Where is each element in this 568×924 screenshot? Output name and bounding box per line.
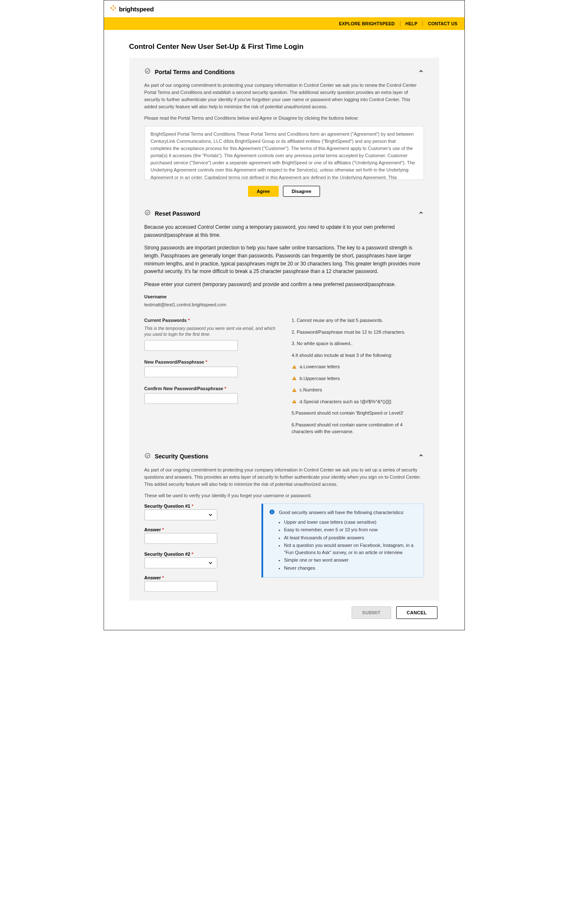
security-answer-1-input[interactable] <box>144 533 217 544</box>
security-intro: As part of our ongoing commitment to pro… <box>144 466 424 488</box>
a1-label: Answer * <box>144 527 241 532</box>
rule-6: 6.Password should not contain same combi… <box>292 421 424 435</box>
terms-scroll-box[interactable]: BrightSpeed Portal Terms and Conditions … <box>144 126 424 180</box>
setup-card: Portal Terms and Conditions As part of o… <box>129 58 439 600</box>
svg-rect-17 <box>272 511 272 511</box>
rule-5: 5.Password should not contain 'BrightSpe… <box>292 410 424 417</box>
security-question-2-select[interactable] <box>144 557 217 568</box>
username-label: Username <box>144 293 424 300</box>
terms-intro: As part of our ongoing commitment to pro… <box>144 82 424 110</box>
reset-p2: Strong passwords are important protectio… <box>144 244 424 275</box>
tip-6: Never changes <box>284 565 417 572</box>
chevron-up-icon <box>418 68 424 76</box>
chevron-up-icon <box>418 210 424 217</box>
rule-4d: d.Special characters such as !@#$%^&*(){… <box>292 398 424 405</box>
svg-rect-3 <box>114 7 116 9</box>
check-circle-icon <box>144 453 151 461</box>
terms-toggle[interactable]: Portal Terms and Conditions <box>144 68 424 76</box>
nav-contact[interactable]: CONTACT US <box>423 21 457 26</box>
svg-rect-9 <box>294 379 294 380</box>
rule-4c: c.Numbers <box>292 386 424 394</box>
info-icon <box>269 509 275 515</box>
tip-1: Upper and lower case letters (case sensi… <box>284 519 417 526</box>
warning-icon <box>292 399 297 404</box>
rule-1: 1. Cannot reuse any of the last 5 passwo… <box>292 317 424 324</box>
confirm-password-input[interactable] <box>144 393 238 404</box>
confirm-pw-label: Confirm New Password/Passphrase * <box>144 385 277 392</box>
warning-icon <box>292 364 297 370</box>
current-pw-note: This is the temporary password you were … <box>144 325 277 337</box>
reset-toggle[interactable]: Reset Password <box>144 209 424 217</box>
terms-title: Portal Terms and Conditions <box>155 69 235 75</box>
svg-rect-11 <box>294 391 294 391</box>
brightspeed-logo-icon <box>110 5 117 13</box>
svg-rect-6 <box>294 366 294 367</box>
header-bar: brightspeed <box>104 0 464 17</box>
q1-label: Security Question #1 * <box>144 504 241 509</box>
security-tips-box: Good security answers will have the foll… <box>261 504 424 578</box>
tip-2: Easy to remember, even 5 or 10 yrs from … <box>284 526 417 533</box>
cancel-button[interactable]: CANCEL <box>396 606 437 619</box>
tip-5: Simple one or two word answer <box>284 557 417 564</box>
check-circle-icon <box>144 68 151 76</box>
submit-button[interactable]: SUBMIT <box>352 606 391 619</box>
rule-4b: b.Uppercase letters <box>292 375 424 382</box>
new-pw-label: New Password/Passphrase * <box>144 359 277 366</box>
reset-section: Reset Password Because you accessed Cont… <box>144 209 424 440</box>
security-answer-2-input[interactable] <box>144 581 217 592</box>
tips-title: Good security answers will have the foll… <box>279 509 405 516</box>
nav-explore[interactable]: EXPLORE BRIGHTSPEED <box>334 21 400 26</box>
svg-rect-12 <box>294 401 294 402</box>
security-section: Security Questions As part of our ongoin… <box>144 453 424 592</box>
svg-rect-1 <box>112 5 114 7</box>
agree-button[interactable]: Agree <box>248 186 279 197</box>
nav-bar: EXPLORE BRIGHTSPEED HELP CONTACT US <box>104 17 464 30</box>
rule-4: 4.It should also include at least 3 of t… <box>292 352 424 359</box>
svg-point-5 <box>145 210 149 215</box>
current-pw-label: Current Passwords * <box>144 317 277 324</box>
check-circle-icon <box>144 209 151 217</box>
page-title: Control Center New User Set-Up & First T… <box>129 43 439 51</box>
a2-label: Answer * <box>144 575 241 580</box>
password-rules: 1. Cannot reuse any of the last 5 passwo… <box>292 317 424 435</box>
warning-icon <box>292 388 297 393</box>
svg-rect-7 <box>294 367 294 368</box>
svg-point-14 <box>145 453 149 458</box>
rule-4a: a.Lowercase letters <box>292 363 424 370</box>
brand-name: brightspeed <box>119 5 154 13</box>
security-note: These will be used to verify your identi… <box>144 492 424 499</box>
rule-2: 2. Password/Passphrase must be 12 to 128… <box>292 329 424 336</box>
security-question-1-select[interactable] <box>144 509 217 520</box>
q2-label: Security Question #2 * <box>144 552 241 557</box>
svg-rect-10 <box>294 389 294 391</box>
svg-rect-13 <box>294 402 294 403</box>
svg-rect-0 <box>110 7 112 9</box>
terms-section: Portal Terms and Conditions As part of o… <box>144 68 424 197</box>
nav-help[interactable]: HELP <box>400 21 423 26</box>
reset-p1: Because you accessed Control Center usin… <box>144 223 424 239</box>
svg-rect-2 <box>112 9 114 11</box>
username-value: testmatt@test1.control.brightspeed.com <box>144 301 424 308</box>
tip-4: Not a question you would answer on Faceb… <box>284 542 417 556</box>
disagree-button[interactable]: Disagree <box>283 186 320 197</box>
rule-3: 3. No white space is allowed.. <box>292 340 424 347</box>
chevron-up-icon <box>418 453 424 460</box>
reset-title: Reset Password <box>155 210 200 217</box>
brand-logo[interactable]: brightspeed <box>110 5 154 13</box>
terms-instruction: Please read the Portal Terms and Conditi… <box>144 115 424 122</box>
svg-rect-8 <box>294 378 294 379</box>
tip-3: At least thousands of possible answers <box>284 534 417 541</box>
security-title: Security Questions <box>155 453 209 460</box>
svg-rect-16 <box>272 512 272 513</box>
warning-icon <box>292 376 297 381</box>
reset-p3: Please enter your current (temporary pas… <box>144 281 424 289</box>
current-password-input[interactable] <box>144 340 238 351</box>
svg-point-4 <box>145 69 149 73</box>
new-password-input[interactable] <box>144 367 238 378</box>
security-toggle[interactable]: Security Questions <box>144 453 424 461</box>
